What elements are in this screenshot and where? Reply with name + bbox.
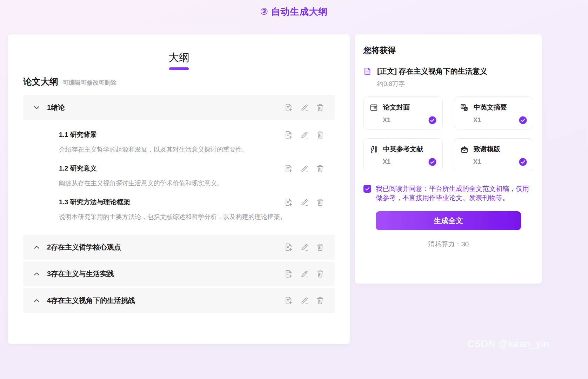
deliverable-card: 文A中英文摘要X1	[454, 97, 533, 129]
result-doc-row: [正文] 存在主义视角下的生活意义	[363, 66, 533, 76]
deliverable-count: X1	[383, 158, 428, 166]
outline-panel: 大纲 论文大纲 可编辑可修改可删除 1绪论1.1 研究背景介绍存在主义哲学的起源…	[8, 34, 350, 344]
outline-subitem: 1.2 研究意义阐述从存在主义视角探讨生活意义的学术价值和现实意义。	[23, 154, 335, 187]
outline-title: 大纲	[168, 51, 189, 65]
chevron-down-icon[interactable]	[32, 103, 41, 112]
check-icon	[428, 116, 437, 125]
deliverable-label: 论文封面	[383, 103, 410, 112]
delete-icon[interactable]	[316, 198, 325, 207]
subitem-title: 1.1 研究背景	[59, 130, 284, 139]
deliverable-card: 致谢模版X1	[454, 138, 533, 171]
edit-icon[interactable]	[300, 103, 309, 112]
row-actions	[284, 164, 325, 173]
chapter-title: 3存在主义与生活实践	[47, 269, 284, 279]
chapter-children: 1.1 研究背景介绍存在主义哲学的起源和发展，以及其对生活意义探讨的重要性。1.…	[23, 120, 335, 233]
watermark: CSDN @kean_yin	[467, 339, 549, 350]
outline-heading-row: 论文大纲 可编辑可修改可删除	[23, 76, 335, 87]
deliverable-count: X1	[473, 117, 519, 124]
chapter-title: 1绪论	[47, 103, 284, 112]
check-icon	[428, 158, 437, 166]
deliverable-count: X1	[383, 117, 428, 124]
outline-heading-hint: 可编辑可修改可删除	[63, 79, 116, 87]
document-icon	[363, 67, 372, 75]
add-subitem-icon[interactable]	[284, 164, 293, 173]
edit-icon[interactable]	[300, 164, 309, 173]
chapter-list: 1绪论1.1 研究背景介绍存在主义哲学的起源和发展，以及其对生活意义探讨的重要性…	[23, 95, 335, 313]
outline-title-underline	[169, 67, 189, 70]
subitem-title: 1.2 研究意义	[59, 164, 284, 173]
outline-title-wrap: 大纲	[23, 34, 335, 70]
deliverables-grid: 论文封面X1文A中英文摘要X1中英参考文献X1致谢模版X1	[363, 97, 533, 171]
row-actions	[284, 103, 325, 112]
delete-icon[interactable]	[316, 270, 325, 278]
outline-subitem: 1.3 研究方法与理论框架说明本研究采用的主要方法论，包括文献综述和哲学分析，以…	[23, 187, 335, 221]
row-actions	[284, 198, 325, 207]
add-subitem-icon[interactable]	[284, 270, 293, 278]
word-count: 约0.8万字	[377, 80, 533, 88]
chapter-row[interactable]: 3存在主义与生活实践	[23, 261, 335, 286]
edit-icon[interactable]	[300, 296, 309, 305]
chapter-row[interactable]: 2存在主义哲学核心观点	[23, 235, 335, 260]
result-doc-title: [正文] 存在主义视角下的生活意义	[377, 66, 487, 76]
deliverable-card: 论文封面X1	[363, 97, 443, 129]
chevron-up-icon[interactable]	[32, 243, 41, 252]
deliverable-label: 中英文摘要	[474, 103, 507, 112]
subitem-description: 阐述从存在主义视角探讨生活意义的学术价值和现实意义。	[59, 179, 325, 187]
translate-icon: 文A	[460, 103, 469, 112]
edit-icon[interactable]	[300, 131, 309, 139]
delete-icon[interactable]	[316, 103, 325, 112]
generate-button[interactable]: 生成全文	[376, 211, 521, 230]
add-subitem-icon[interactable]	[284, 198, 293, 207]
deliverable-card: 中英参考文献X1	[363, 138, 443, 171]
agreement-checkbox[interactable]	[363, 185, 371, 193]
subitem-title: 1.3 研究方法与理论框架	[59, 198, 284, 207]
subitem-description: 介绍存在主义哲学的起源和发展，以及其对生活意义探讨的重要性。	[59, 145, 325, 154]
subitem-description: 说明本研究采用的主要方法论，包括文献综述和哲学分析，以及构建的理论框架。	[59, 213, 325, 221]
cover-icon	[369, 103, 378, 112]
chevron-up-icon[interactable]	[32, 296, 41, 305]
chapter-title: 2存在主义哲学核心观点	[47, 242, 284, 252]
check-icon	[519, 116, 527, 125]
add-subitem-icon[interactable]	[284, 243, 293, 252]
delete-icon[interactable]	[316, 164, 325, 173]
edit-icon[interactable]	[300, 270, 309, 278]
edit-icon[interactable]	[300, 243, 309, 252]
deliverable-count: X1	[473, 158, 519, 166]
svg-text:A: A	[465, 107, 467, 111]
edit-icon[interactable]	[300, 198, 309, 207]
chevron-up-icon[interactable]	[32, 270, 41, 279]
result-panel: 您将获得 [正文] 存在主义视角下的生活意义 约0.8万字 论文封面X1文A中英…	[355, 34, 542, 284]
step-title: ② 自动生成大纲	[260, 6, 328, 17]
row-actions	[284, 296, 325, 305]
add-subitem-icon[interactable]	[284, 103, 293, 112]
outline-subitem: 1.1 研究背景介绍存在主义哲学的起源和发展，以及其对生活意义探讨的重要性。	[23, 120, 335, 154]
references-icon	[369, 145, 378, 154]
delete-icon[interactable]	[316, 131, 325, 139]
row-actions	[284, 270, 325, 278]
row-actions	[284, 131, 325, 139]
deliverable-label: 中英参考文献	[383, 145, 423, 154]
deliverable-label: 致谢模版	[474, 145, 500, 154]
add-subitem-icon[interactable]	[284, 131, 293, 139]
add-subitem-icon[interactable]	[284, 296, 293, 305]
check-icon	[519, 158, 527, 166]
delete-icon[interactable]	[316, 243, 325, 252]
cost-label: 消耗算力：30	[363, 240, 533, 249]
delete-icon[interactable]	[316, 296, 325, 305]
chapter-title: 4存在主义视角下的生活挑战	[47, 296, 284, 305]
result-panel-title: 您将获得	[363, 34, 533, 56]
outline-heading: 论文大纲	[23, 76, 58, 87]
thanks-icon	[460, 145, 469, 154]
row-actions	[284, 243, 325, 252]
chapter-row[interactable]: 1绪论	[23, 95, 335, 120]
agreement-text: 我已阅读并同意：平台所生成的全文范文初稿，仅用做参考，不直接用作毕业论文、发表刊…	[376, 184, 533, 202]
agreement-row[interactable]: 我已阅读并同意：平台所生成的全文范文初稿，仅用做参考，不直接用作毕业论文、发表刊…	[363, 184, 533, 202]
chapter-row[interactable]: 4存在主义视角下的生活挑战	[23, 288, 335, 313]
step-header: ② 自动生成大纲	[0, 6, 588, 18]
